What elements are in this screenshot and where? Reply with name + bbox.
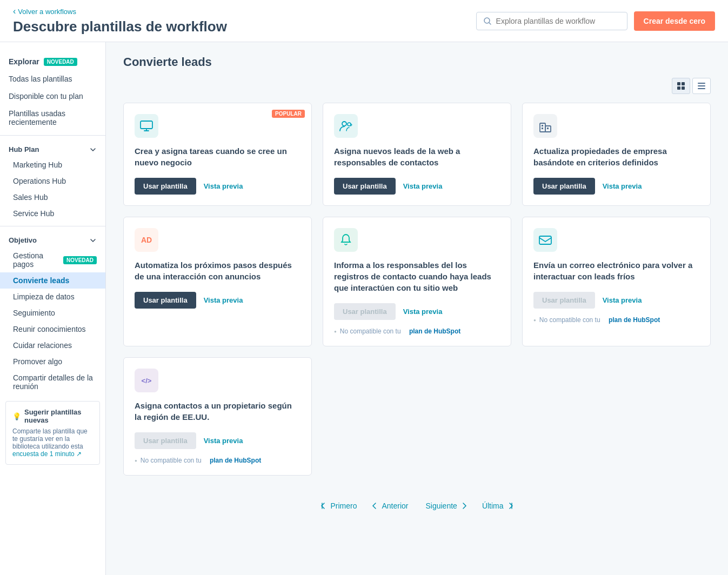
sidebar-suggest-link[interactable]: encuesta de 1 minuto ↗ <box>12 450 82 458</box>
sidebar-divider-1 <box>0 135 105 136</box>
svg-line-1 <box>489 23 491 24</box>
card-actions-7: Usar plantilla Vista previa <box>135 432 300 449</box>
pagination-last[interactable]: Última <box>476 497 518 514</box>
chevron-down-icon <box>89 146 97 153</box>
card-actions-5: Usar plantilla Vista previa <box>334 303 500 320</box>
svg-rect-2 <box>677 82 680 85</box>
svg-rect-4 <box>677 86 680 90</box>
sidebar-item-all-templates[interactable]: Todas las plantillas <box>0 70 105 88</box>
preview-link-2[interactable]: Vista previa <box>403 182 443 190</box>
card-icon-1 <box>135 114 158 138</box>
plan-link-6[interactable]: plan de HubSpot <box>609 316 660 324</box>
grid-view-button[interactable] <box>672 78 690 94</box>
create-button[interactable]: Crear desde cero <box>634 11 715 31</box>
card-title-3: Actualiza propiedades de empresa basándo… <box>533 145 699 168</box>
card-title-4: Automatiza los próximos pasos después de… <box>135 259 300 282</box>
card-actions-3: Usar plantilla Vista previa <box>533 178 699 195</box>
use-template-button-4[interactable]: Usar plantilla <box>135 292 196 309</box>
preview-link-5[interactable]: Vista previa <box>403 307 443 316</box>
sidebar-item-sales-hub[interactable]: Sales Hub <box>0 189 105 205</box>
svg-rect-7 <box>698 85 705 86</box>
email-icon <box>538 233 552 247</box>
cards-grid-row1: POPULAR Crea y asigna tareas cuando se c… <box>123 103 711 206</box>
sidebar-item-seguimiento[interactable]: Seguimiento <box>0 305 105 321</box>
card-icon-5 <box>334 228 358 252</box>
sidebar-item-compartir-detalles[interactable]: Compartir detalles de la reunión <box>0 370 105 395</box>
sidebar: Explorar NOVEDAD Todas las plantillas Di… <box>0 42 106 575</box>
sidebar-item-reunir-conocimientos[interactable]: Reunir conocimientos <box>0 321 105 337</box>
grid-icon <box>677 82 685 90</box>
sidebar-item-convierte-leads[interactable]: Convierte leads <box>0 272 105 289</box>
sidebar-item-cuidar-relaciones[interactable]: Cuidar relaciones <box>0 337 105 353</box>
svg-rect-6 <box>698 83 705 84</box>
use-template-button-6[interactable]: Usar plantilla <box>533 292 595 309</box>
contacts-icon <box>339 119 353 133</box>
next-icon <box>460 502 468 510</box>
card-title-2: Asigna nuevos leads de la web a responsa… <box>334 145 500 168</box>
use-template-button-5[interactable]: Usar plantilla <box>334 303 396 320</box>
page-title: Descubre plantillas de workflow <box>13 18 227 35</box>
sidebar-item-operations-hub[interactable]: Operations Hub <box>0 173 105 189</box>
sidebar-item-marketing-hub[interactable]: Marketing Hub <box>0 157 105 173</box>
svg-rect-3 <box>682 82 685 85</box>
use-template-button-7[interactable]: Usar plantilla <box>135 432 196 449</box>
svg-rect-5 <box>682 86 685 90</box>
sidebar-item-service-hub[interactable]: Service Hub <box>0 205 105 222</box>
preview-link-1[interactable]: Vista previa <box>204 182 243 190</box>
incompatible-note-6: No compatible con tu plan de HubSpot <box>533 316 699 324</box>
sidebar-suggest-title: 💡 Sugerir plantillas nuevas <box>12 408 93 424</box>
main-content: Convierte leads POPULAR <box>106 42 728 575</box>
template-card-2: Asigna nuevos leads de la web a responsa… <box>323 103 511 206</box>
template-card-5: Informa a los responsables del los regis… <box>323 217 511 346</box>
template-card-7: </> Asigna contactos a un propietario se… <box>123 357 312 476</box>
preview-link-6[interactable]: Vista previa <box>603 296 642 304</box>
search-input[interactable] <box>496 17 620 25</box>
monitor-icon <box>139 119 153 133</box>
card-title-7: Asigna contactos a un propietario según … <box>135 400 300 423</box>
sidebar-objetivo-header[interactable]: Objetivo <box>0 231 105 248</box>
sidebar-item-promover-algo[interactable]: Promover algo <box>0 353 105 370</box>
card-title-1: Crea y asigna tareas cuando se cree un n… <box>135 145 300 168</box>
pagination-first[interactable]: Primero <box>316 497 363 514</box>
building-icon <box>538 119 552 133</box>
template-card-4: AD Automatiza los próximos pasos después… <box>123 217 312 346</box>
plan-link-5[interactable]: plan de HubSpot <box>409 327 460 335</box>
sidebar-hub-plan-header[interactable]: Hub Plan <box>0 140 105 157</box>
cards-grid-row3: </> Asigna contactos a un propietario se… <box>123 357 711 476</box>
card-actions-2: Usar plantilla Vista previa <box>334 178 500 195</box>
svg-rect-8 <box>698 88 705 89</box>
use-template-button-3[interactable]: Usar plantilla <box>533 178 595 195</box>
plan-link-7[interactable]: plan de HubSpot <box>210 457 261 464</box>
use-template-button-1[interactable]: Usar plantilla <box>135 178 196 195</box>
sidebar-item-gestiona-pagos[interactable]: Gestiona pagos NOVEDAD <box>0 248 105 272</box>
prev-icon <box>371 502 378 510</box>
list-view-button[interactable] <box>692 78 711 94</box>
back-link[interactable]: Volver a workflows <box>13 6 227 16</box>
main-layout: Explorar NOVEDAD Todas las plantillas Di… <box>0 42 728 575</box>
sidebar-explore-badge: NOVEDAD <box>44 58 77 66</box>
popular-badge: POPULAR <box>272 110 305 118</box>
sidebar-item-recently-used[interactable]: Plantillas usadas recientemente <box>0 105 105 131</box>
preview-link-3[interactable]: Vista previa <box>603 182 642 190</box>
pagination-next[interactable]: Siguiente <box>419 497 471 514</box>
first-icon <box>319 502 327 510</box>
pagination-prev[interactable]: Anterior <box>368 497 415 514</box>
sidebar-suggest-box: 💡 Sugerir plantillas nuevas Comparte las… <box>5 401 100 465</box>
use-template-button-2[interactable]: Usar plantilla <box>334 178 396 195</box>
bell-icon <box>339 233 353 247</box>
template-card-6: Envía un correo electrónico para volver … <box>522 217 711 346</box>
preview-link-4[interactable]: Vista previa <box>204 296 243 304</box>
top-bar: Volver a workflows Descubre plantillas d… <box>0 0 728 42</box>
card-actions-1: Usar plantilla Vista previa <box>135 178 300 195</box>
template-card-3: Actualiza propiedades de empresa basándo… <box>522 103 711 206</box>
sidebar-explore-label: Explorar <box>9 57 39 66</box>
card-actions-4: Usar plantilla Vista previa <box>135 292 300 309</box>
view-toggle <box>123 78 711 94</box>
last-icon <box>507 502 515 510</box>
sidebar-divider-2 <box>0 226 105 226</box>
sidebar-item-available-plan[interactable]: Disponible con tu plan <box>0 88 105 105</box>
preview-link-7[interactable]: Vista previa <box>204 437 243 445</box>
card-title-5: Informa a los responsables del los regis… <box>334 259 500 293</box>
sidebar-item-limpieza-datos[interactable]: Limpieza de datos <box>0 289 105 305</box>
card-icon-6 <box>533 228 557 252</box>
